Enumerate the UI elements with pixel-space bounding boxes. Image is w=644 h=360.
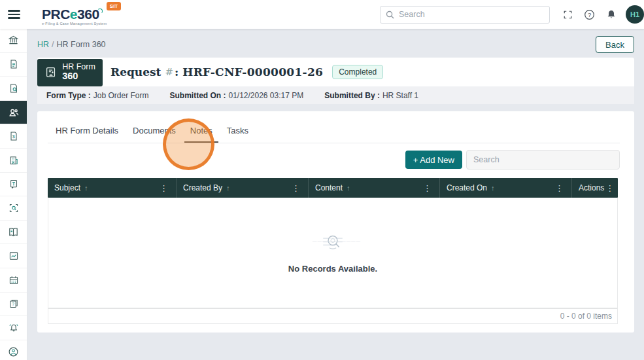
sidebar-item-hr[interactable] <box>0 101 27 125</box>
tab-documents[interactable]: Documents <box>127 126 182 143</box>
global-search-input[interactable] <box>399 10 544 19</box>
sort-arrow-icon[interactable]: ↑ <box>84 184 88 192</box>
fullscreen-icon[interactable] <box>563 10 573 20</box>
bell-icon[interactable] <box>606 9 617 20</box>
sidebar-item-notifications[interactable] <box>0 316 27 340</box>
file-text-icon <box>8 59 19 69</box>
column-header-actions: Actions ⋮ <box>572 178 618 198</box>
meta-submitted-by: Submitted By :HR Staff 1 <box>324 91 418 100</box>
svg-text:?: ? <box>588 11 591 18</box>
app-logo[interactable]: PRCe360 e-Filing & Case Management Syste… <box>42 4 107 26</box>
logo-text-0: 0 <box>92 7 99 22</box>
book-icon <box>8 226 19 238</box>
file-search-icon <box>8 83 19 94</box>
svg-text:?: ? <box>12 302 14 306</box>
column-menu-icon[interactable]: ⋮ <box>158 183 169 193</box>
user-avatar[interactable]: H1 <box>626 5 644 24</box>
status-badge: Completed <box>332 65 383 79</box>
sort-arrow-icon[interactable]: ↑ <box>491 184 495 192</box>
breadcrumb-current-page: HR Form 360 <box>57 40 106 49</box>
request-hash: # <box>165 66 173 78</box>
hr-form-360-badge: HR Form 360 <box>37 59 103 86</box>
chart-icon <box>8 251 19 261</box>
search-icon <box>386 10 394 19</box>
building-icon <box>8 155 19 166</box>
bell-ring-icon <box>8 323 19 333</box>
sidebar-item-case-search[interactable] <box>0 77 27 101</box>
top-header: PRCe360 e-Filing & Case Management Syste… <box>0 0 644 29</box>
sidebar-item-forms[interactable] <box>0 53 27 77</box>
table-header-row: Subject ↑ ⋮ Created By ↑ ⋮ Content ↑ ⋮ C… <box>48 178 618 198</box>
environment-badge: SIT <box>107 2 121 10</box>
column-menu-icon[interactable]: ⋮ <box>422 183 433 193</box>
request-colon: : <box>175 65 178 79</box>
sort-arrow-icon[interactable]: ↑ <box>347 184 350 192</box>
column-header-created-on[interactable]: Created On ↑ ⋮ <box>440 178 572 198</box>
hamburger-menu-icon[interactable] <box>0 8 27 21</box>
left-sidebar: $ ? <box>0 29 27 360</box>
sidebar-item-finance[interactable]: $ <box>0 124 27 149</box>
badge-label-line2: 360 <box>62 71 95 81</box>
logo-text-36: 36 <box>77 7 92 22</box>
table-empty-body: ────────── No Records Available. <box>48 198 618 308</box>
sidebar-item-organization[interactable] <box>0 149 27 173</box>
form-meta-strip: Form Type :Job Order Form Submitted On :… <box>37 86 634 104</box>
tab-bar: HR Form Details Documents Notes Tasks <box>48 111 620 143</box>
sidebar-item-profile[interactable] <box>0 340 27 360</box>
column-menu-icon[interactable]: ⋮ <box>604 183 615 193</box>
request-label: Request <box>110 65 161 79</box>
user-circle-icon <box>8 346 19 357</box>
back-button[interactable]: Back <box>596 36 634 53</box>
logo-text-prc: PRC <box>42 7 70 22</box>
request-number-line: Request # : HRF-CNF-0000001-26 <box>110 65 323 79</box>
table-pager: 0 - 0 of 0 items <box>48 308 618 324</box>
tab-tasks[interactable]: Tasks <box>221 126 254 143</box>
svg-text:$: $ <box>12 134 15 139</box>
global-search[interactable] <box>380 6 550 24</box>
tab-hr-form-details[interactable]: HR Form Details <box>50 126 124 143</box>
file-t-icon <box>8 179 19 189</box>
breadcrumb-separator: / <box>52 40 54 49</box>
bank-icon <box>8 35 19 46</box>
sort-arrow-icon[interactable]: ↑ <box>226 184 230 192</box>
column-menu-icon[interactable]: ⋮ <box>290 183 301 193</box>
main-content: HR/HR Form 360 Back HR Form 360 Request … <box>27 29 644 360</box>
request-header-card: HR Form 360 Request # : HRF-CNF-0000001-… <box>37 58 634 86</box>
notes-table: Subject ↑ ⋮ Created By ↑ ⋮ Content ↑ ⋮ C… <box>48 178 618 324</box>
sidebar-item-templates[interactable] <box>0 173 27 197</box>
file-dollar-icon: $ <box>8 131 19 141</box>
calendar-icon <box>8 275 19 285</box>
tab-notes[interactable]: Notes <box>184 126 218 143</box>
file-question-icon: ? <box>8 298 19 309</box>
sidebar-item-inspection[interactable] <box>0 196 27 221</box>
sidebar-item-library[interactable] <box>0 221 27 245</box>
sidebar-item-institution[interactable] <box>0 29 27 53</box>
column-header-subject[interactable]: Subject ↑ ⋮ <box>48 178 177 198</box>
column-menu-icon[interactable]: ⋮ <box>554 183 565 193</box>
pager-items-count: 0 - 0 of 0 items <box>560 312 612 321</box>
breadcrumb-hr-link[interactable]: HR <box>37 40 49 49</box>
sidebar-item-reports[interactable] <box>0 244 27 268</box>
no-records-message: No Records Available. <box>288 264 377 274</box>
notes-search-input[interactable] <box>466 150 620 170</box>
breadcrumb: HR/HR Form 360 <box>37 40 106 49</box>
logo-text-e: e <box>70 7 77 22</box>
meta-submitted-on: Submitted On :01/12/2026 03:17 PM <box>169 91 303 100</box>
help-icon[interactable]: ? <box>584 9 595 20</box>
add-new-button[interactable]: + Add New <box>405 151 462 169</box>
request-number: HRF-CNF-0000001-26 <box>182 65 323 79</box>
id-card-icon <box>44 66 58 79</box>
sidebar-item-calendar[interactable] <box>0 268 27 293</box>
column-header-content[interactable]: Content ↑ ⋮ <box>309 178 440 198</box>
notes-toolbar: + Add New <box>48 150 620 170</box>
column-header-created-by[interactable]: Created By ↑ ⋮ <box>177 178 309 198</box>
scan-search-icon <box>8 203 19 213</box>
users-icon <box>8 107 20 118</box>
meta-form-type: Form Type :Job Order Form <box>46 91 148 100</box>
tabs-panel: HR Form Details Documents Notes Tasks + … <box>37 111 634 333</box>
sidebar-item-inquiries[interactable]: ? <box>0 293 27 317</box>
